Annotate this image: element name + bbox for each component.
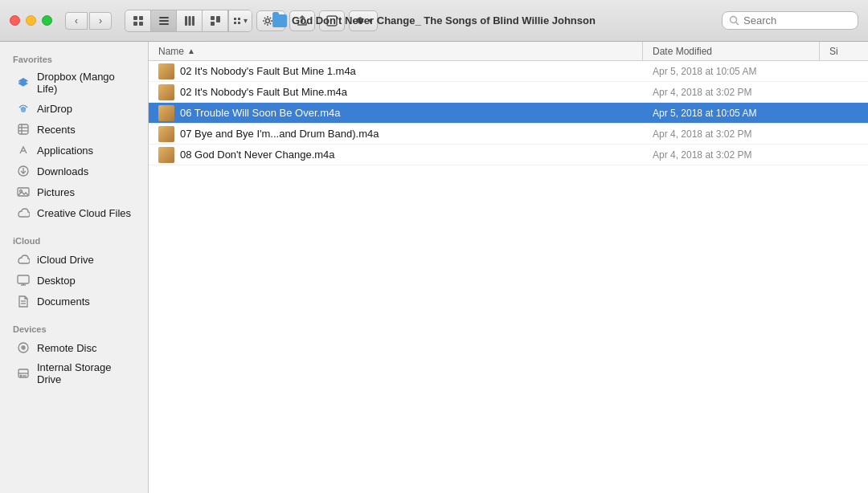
folder-icon (272, 14, 287, 27)
search-input[interactable] (743, 14, 848, 26)
svg-rect-0 (133, 16, 137, 20)
sidebar-item-pictures[interactable]: Pictures (3, 181, 145, 202)
icloud-drive-icon (16, 252, 31, 267)
sidebar-item-internal-storage[interactable]: Internal Storage Drive (3, 358, 145, 389)
table-row[interactable]: 02 It's Nobody's Fault But Mine.m4a Apr … (149, 82, 868, 103)
search-box[interactable] (722, 11, 858, 30)
sidebar-item-dropbox-label: Dropbox (Mango Life) (37, 71, 132, 95)
sidebar-item-downloads[interactable]: Downloads (3, 161, 145, 181)
column-date-header[interactable]: Date Modified (643, 42, 820, 60)
sidebar-item-downloads-label: Downloads (37, 165, 88, 177)
file-name-cell: 02 It's Nobody's Fault But Mine.m4a (149, 84, 643, 100)
sidebar-item-desktop[interactable]: Desktop (3, 270, 145, 291)
svg-rect-11 (216, 16, 220, 22)
creative-cloud-icon (16, 206, 31, 220)
column-name-header[interactable]: Name ▲ (149, 42, 643, 60)
file-name-cell: 08 God Don't Never Change.m4a (149, 147, 643, 163)
pictures-icon (16, 185, 31, 199)
documents-icon (16, 294, 31, 308)
file-name-text: 02 It's Nobody's Fault But Mine.m4a (180, 86, 347, 98)
svg-line-22 (736, 22, 739, 26)
view-cover-button[interactable] (203, 10, 228, 31)
sidebar-item-icloud-drive[interactable]: iCloud Drive (3, 249, 145, 270)
dropbox-icon (16, 75, 31, 90)
remote-disc-icon (16, 340, 31, 355)
desktop-icon (16, 273, 31, 287)
column-size-header[interactable]: Si (820, 42, 868, 60)
svg-rect-10 (211, 16, 215, 20)
back-button[interactable]: ‹ (65, 12, 88, 30)
svg-rect-27 (18, 124, 28, 134)
svg-rect-5 (159, 20, 169, 22)
file-name-cell: 07 Bye and Bye I'm...and Drum Band).m4a (149, 126, 643, 142)
downloads-icon (16, 164, 31, 178)
close-button[interactable] (10, 15, 20, 26)
svg-rect-1 (139, 16, 143, 20)
file-name-text: 06 Trouble Will Soon Be Over.m4a (180, 107, 340, 119)
sidebar-item-airdrop[interactable]: AirDrop (3, 98, 145, 119)
file-date-cell: Apr 5, 2018 at 10:05 AM (643, 66, 820, 77)
file-name-cell: 06 Trouble Will Soon Be Over.m4a (149, 105, 643, 121)
file-thumbnail (158, 147, 174, 163)
devices-section-label: Devices (0, 318, 148, 337)
sidebar-item-remote-disc-label: Remote Disc (37, 342, 96, 354)
icloud-section-label: iCloud (0, 230, 148, 249)
table-row[interactable]: 07 Bye and Bye I'm...and Drum Band).m4a … (149, 124, 868, 145)
file-date-cell: Apr 4, 2018 at 3:02 PM (643, 149, 820, 161)
sort-arrow: ▲ (187, 47, 195, 55)
file-date-cell: Apr 4, 2018 at 3:02 PM (643, 87, 820, 98)
sidebar-item-applications[interactable]: Applications (3, 140, 145, 161)
svg-rect-9 (192, 16, 194, 26)
table-row[interactable]: 08 God Don't Never Change.m4a Apr 4, 201… (149, 145, 868, 165)
svg-rect-13 (234, 18, 236, 20)
sidebar-item-dropbox[interactable]: Dropbox (Mango Life) (3, 67, 145, 98)
sidebar-item-recents-label: Recents (37, 124, 76, 136)
file-thumbnail (158, 84, 174, 100)
sidebar-item-documents[interactable]: Documents (3, 291, 145, 312)
svg-point-17 (266, 18, 270, 22)
svg-rect-14 (238, 18, 240, 20)
file-date-cell: Apr 5, 2018 at 10:05 AM (643, 108, 820, 119)
internal-storage-icon (16, 366, 31, 381)
svg-rect-2 (133, 22, 137, 26)
sidebar-item-recents[interactable]: Recents (3, 119, 145, 140)
sidebar-item-pictures-label: Pictures (37, 186, 75, 198)
applications-icon (16, 143, 31, 157)
file-name-text: 07 Bye and Bye I'm...and Drum Band).m4a (180, 128, 379, 140)
minimize-button[interactable] (26, 15, 36, 26)
svg-rect-36 (18, 275, 29, 283)
file-name-text: 08 God Don't Never Change.m4a (180, 149, 335, 161)
svg-point-21 (731, 17, 737, 23)
forward-button[interactable]: › (89, 12, 112, 30)
svg-rect-6 (159, 23, 169, 25)
column-headers: Name ▲ Date Modified Si (149, 42, 868, 61)
view-columns-button[interactable] (177, 10, 203, 31)
file-name-cell: 02 It's Nobody's Fault But Mine 1.m4a (149, 63, 643, 79)
file-list: 02 It's Nobody's Fault But Mine 1.m4a Ap… (149, 61, 868, 493)
table-row[interactable]: 02 It's Nobody's Fault But Mine 1.m4a Ap… (149, 61, 868, 82)
sidebar-item-creative-cloud[interactable]: Creative Cloud Files (3, 202, 145, 223)
table-row[interactable]: 06 Trouble Will Soon Be Over.m4a Apr 5, … (149, 103, 868, 124)
sidebar-item-airdrop-label: AirDrop (37, 103, 72, 115)
view-grid-button[interactable] (125, 10, 151, 31)
file-thumbnail (158, 63, 174, 79)
window-controls (10, 15, 52, 26)
window-title: God Don't Never Change_ The Songs of Bli… (292, 14, 596, 26)
svg-rect-16 (238, 22, 240, 24)
nav-arrows: ‹ › (65, 12, 112, 30)
sidebar: Favorites Dropbox (Mango Life) AirDrop (0, 42, 149, 493)
main-layout: Favorites Dropbox (Mango Life) AirDrop (0, 42, 868, 493)
file-thumbnail (158, 126, 174, 142)
sidebar-item-remote-disc[interactable]: Remote Disc (3, 337, 145, 358)
file-thumbnail (158, 105, 174, 121)
svg-rect-3 (139, 22, 143, 26)
svg-rect-8 (188, 16, 190, 26)
maximize-button[interactable] (42, 15, 52, 26)
view-more-button[interactable]: ▾ (228, 10, 252, 31)
svg-rect-4 (159, 17, 169, 18)
airdrop-icon (16, 101, 31, 116)
view-list-button[interactable] (151, 10, 177, 31)
recents-icon (16, 122, 31, 136)
svg-point-43 (23, 348, 24, 348)
svg-point-46 (20, 375, 22, 377)
